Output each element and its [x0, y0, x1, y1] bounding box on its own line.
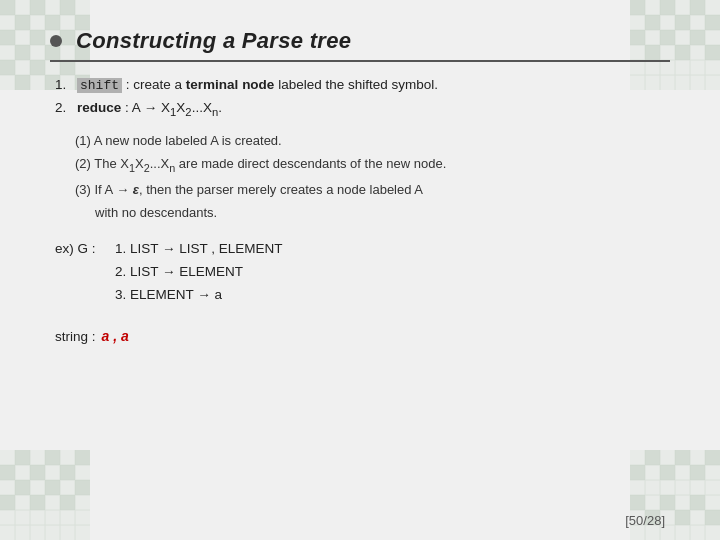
svg-rect-11 — [0, 0, 15, 15]
svg-rect-42 — [690, 0, 705, 15]
step1-text-part1: : create a — [126, 77, 186, 92]
sub2-text: (2) The X1X2...Xn are made direct descen… — [75, 156, 446, 171]
example-line-1: ex) G : 1. LIST → LIST , ELEMENT — [55, 239, 665, 260]
svg-rect-67 — [30, 465, 45, 480]
step2-num: 2. — [55, 98, 77, 119]
svg-rect-48 — [690, 30, 705, 45]
svg-rect-63 — [15, 450, 30, 465]
sub3-text: (3) If A → ε, then the parser merely cre… — [75, 182, 423, 197]
svg-rect-12 — [30, 0, 45, 15]
example-line-3: 3. ELEMENT → a — [115, 285, 665, 306]
shift-keyword: shift — [77, 78, 122, 93]
svg-rect-13 — [60, 0, 75, 15]
svg-rect-94 — [690, 495, 705, 510]
bullet-icon — [50, 35, 62, 47]
sub1-text: (1) A new node labeled A is created. — [75, 133, 282, 148]
svg-rect-72 — [0, 495, 15, 510]
svg-rect-51 — [705, 45, 720, 60]
sub-item-2: (2) The X1X2...Xn are made direct descen… — [75, 154, 665, 176]
ex-rule2: 2. LIST → ELEMENT — [115, 264, 243, 279]
svg-rect-97 — [705, 510, 720, 525]
node-keyword: node — [242, 77, 274, 92]
sub-item-3-cont: with no descendants. — [95, 203, 665, 223]
terminal-keyword: terminal — [186, 77, 239, 92]
sub-item-3: (3) If A → ε, then the parser merely cre… — [75, 180, 665, 200]
svg-rect-91 — [690, 465, 705, 480]
slide-content: 1. shift : create a terminal node labele… — [55, 75, 665, 500]
step-1: 1. shift : create a terminal node labele… — [55, 75, 665, 96]
svg-rect-96 — [675, 510, 690, 525]
page-number: [50/28] — [625, 513, 665, 528]
sub-list: (1) A new node labeled A is created. (2)… — [75, 131, 665, 223]
ex-label: ex) G : — [55, 239, 115, 260]
ex-rule3: 3. ELEMENT → a — [115, 287, 222, 302]
sub3-cont: with no descendants. — [95, 205, 217, 220]
svg-rect-18 — [30, 30, 45, 45]
reduce-keyword: reduce — [77, 100, 121, 115]
step1-num: 1. — [55, 75, 77, 96]
string-value: a , a — [102, 326, 129, 348]
svg-rect-88 — [705, 450, 720, 465]
svg-rect-45 — [705, 15, 720, 30]
step1-text: shift : create a terminal node labeled t… — [77, 75, 438, 96]
svg-rect-50 — [675, 45, 690, 60]
ex-rule1: 1. LIST → LIST , ELEMENT — [115, 239, 283, 260]
string-section: string : a , a — [55, 326, 665, 348]
step-list: 1. shift : create a terminal node labele… — [55, 75, 665, 121]
svg-rect-25 — [60, 60, 75, 75]
svg-rect-17 — [0, 30, 15, 45]
slide-title: Constructing a Parse tree — [76, 28, 351, 54]
svg-rect-26 — [15, 75, 30, 90]
svg-rect-73 — [30, 495, 45, 510]
svg-rect-24 — [30, 60, 45, 75]
example-line-2: 2. LIST → ELEMENT — [115, 262, 665, 283]
sub-item-1: (1) A new node labeled A is created. — [75, 131, 665, 151]
svg-rect-44 — [675, 15, 690, 30]
step2-text-part1: : A → X1X2...Xn. — [125, 100, 222, 115]
svg-rect-23 — [0, 60, 15, 75]
svg-rect-40 — [630, 0, 645, 15]
svg-rect-66 — [0, 465, 15, 480]
step2-text: reduce : A → X1X2...Xn. — [77, 98, 222, 121]
svg-rect-69 — [15, 480, 30, 495]
svg-rect-41 — [660, 0, 675, 15]
step-2: 2. reduce : A → X1X2...Xn. — [55, 98, 665, 121]
svg-rect-20 — [15, 45, 30, 60]
step1-text-part3: labeled the shifted symbol. — [278, 77, 438, 92]
svg-rect-87 — [675, 450, 690, 465]
example-section: ex) G : 1. LIST → LIST , ELEMENT 2. LIST… — [55, 239, 665, 306]
title-bar: Constructing a Parse tree — [50, 28, 670, 62]
svg-rect-14 — [15, 15, 30, 30]
string-label: string : — [55, 327, 96, 348]
